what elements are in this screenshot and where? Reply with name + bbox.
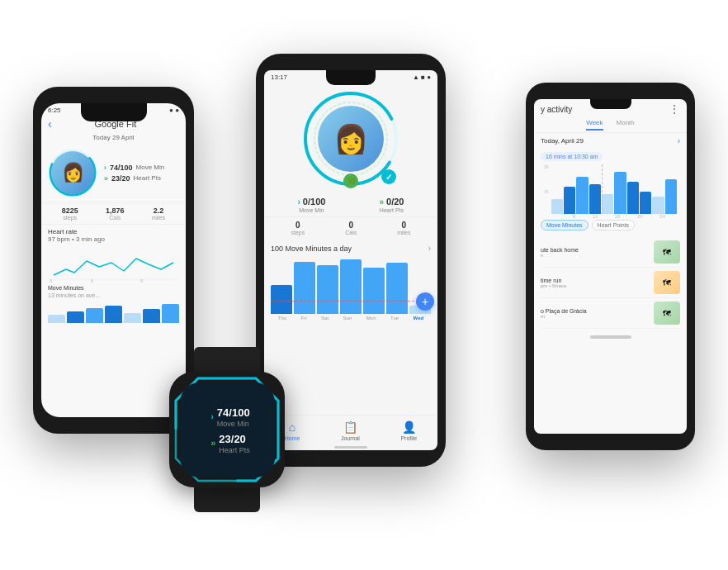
center-time: 13:17: [271, 74, 287, 81]
scene: 6:25 ● ● ‹ Google Fit Today 29 April: [0, 0, 728, 570]
activity-map-3: 🗺: [654, 302, 680, 325]
journal-icon: 📋: [343, 420, 357, 434]
heart-pts-arrow: »: [104, 174, 108, 183]
miles-val: 2.2: [152, 207, 165, 215]
center-cals: 0 Cals: [345, 221, 357, 235]
nav-profile[interactable]: 👤 Profile: [400, 420, 417, 441]
center-move-min: › 0/100 Move Min: [298, 197, 326, 213]
cp-bar-tue: [386, 263, 408, 314]
center-heart-val: 0/20: [386, 197, 404, 207]
watch-move-num: 74/100: [217, 406, 250, 419]
miles-label: miles: [152, 215, 165, 221]
right-chart-x-5: 20: [637, 214, 643, 219]
heart-pts-val: 23/20: [111, 174, 130, 183]
cals-item: 1,876 Cals: [106, 207, 125, 221]
filter-heart-points[interactable]: Heart Points: [592, 220, 636, 230]
filter-move-minutes[interactable]: Move Minutes: [541, 220, 589, 230]
rp-bar-2: [564, 187, 575, 214]
day-mon: Mon: [366, 316, 376, 321]
right-chart-y-axis: 30 15: [544, 164, 549, 214]
center-move-section-label: 100 Move Minutes a day: [271, 245, 352, 253]
tab-week[interactable]: Week: [586, 119, 603, 131]
left-heart-rate: Heart rate 97 bpm • 3 min ago: [41, 225, 186, 246]
activity-map-1: 🗺: [654, 240, 680, 264]
move-minutes-sub: 13 minutes on ave...: [41, 292, 186, 298]
steps-val: 8225: [62, 207, 78, 215]
watch-band-top: [194, 347, 260, 372]
watch-heart-num: 23/20: [219, 433, 246, 445]
steps-label: steps: [62, 215, 78, 221]
right-activity-list: ute back home n 🗺 time run pm • Strava 🗺: [534, 234, 687, 332]
bar-7: [162, 304, 179, 323]
left-chart: 0 6 6: [41, 246, 186, 283]
day-sat: Sat: [321, 316, 329, 321]
left-status-bar: 6:25 ● ●: [41, 103, 186, 116]
rp-bar-3: [576, 177, 588, 214]
right-chart-x-6: 24: [659, 214, 665, 219]
add-button[interactable]: +: [416, 292, 434, 311]
center-cals-label: Cals: [345, 230, 357, 235]
watch-heart-label: Heart Pts: [219, 446, 250, 454]
cp-bar-fri: [294, 262, 315, 314]
left-avatar-img: 👩: [51, 151, 94, 194]
left-avatar-section: 👩 › 74/100 Move Min » 23/20 Heart Pts: [41, 143, 186, 202]
center-chart-line: [271, 301, 431, 302]
activity-item-1: ute back home n 🗺: [541, 237, 680, 268]
steps-item: 8225 steps: [62, 207, 78, 221]
watch-heart-info: 23/20 Heart Pts: [219, 431, 250, 454]
move-minutes-bottom-label: Move Minutes: [41, 283, 186, 292]
check-badge: ✓: [381, 169, 396, 184]
left-avatar-ring: 👩: [48, 148, 97, 197]
cp-bar-sat: [317, 265, 338, 315]
center-signal: ▲ ■ ●: [413, 74, 431, 81]
activity-meta-1: n: [541, 253, 649, 258]
cals-label: Cals: [106, 215, 125, 221]
center-chart: Thu Fri Sat Sun Mon Tue Wed +: [264, 256, 437, 322]
watch-move-label: Move Min: [217, 420, 250, 428]
right-date-row: Today, April 29 ›: [534, 133, 687, 147]
map-thumb-1: 🗺: [654, 240, 680, 264]
activity-meta-2: pm • Strava: [541, 283, 649, 288]
day-thu: Thu: [278, 316, 286, 321]
rp-bar-4: [589, 184, 601, 214]
left-header: ‹ Google Fit: [41, 116, 186, 132]
left-bottom-chart: [48, 302, 179, 323]
watch-move-row: › 74/100 Move Min: [210, 405, 249, 428]
right-date-arrow[interactable]: ›: [678, 136, 680, 145]
left-metrics: › 74/100 Move Min » 23/20 Heart Pts: [104, 164, 164, 183]
center-status-bar: 13:17 ▲ ■ ●: [264, 70, 437, 83]
watch-move-arrow: ›: [210, 411, 214, 421]
move-min-label: Move Min: [136, 164, 165, 171]
activity-name-1: ute back home: [541, 247, 649, 253]
activity-info-3: o Plaça de Gràcia m: [541, 308, 649, 319]
right-chart-x-3: 12: [593, 214, 598, 219]
activity-meta-3: m: [541, 314, 649, 319]
heart-pts-row: » 23/20 Heart Pts: [104, 174, 164, 183]
center-big-ring: 👩 ✓ 🌿: [301, 89, 400, 188]
center-move-header: › 0/100: [298, 197, 326, 207]
center-steps-label: steps: [291, 230, 305, 235]
watch-stats: › 74/100 Move Min » 23/20: [204, 405, 250, 454]
center-heart-label: Heart Pts: [379, 207, 404, 213]
right-menu-icon[interactable]: ⋮: [669, 102, 680, 116]
activity-name-3: o Plaça de Gràcia: [541, 308, 649, 314]
activity-map-2: 🗺: [654, 271, 680, 294]
heart-rate-title: Heart rate: [48, 228, 179, 235]
center-heart-pts: » 0/20 Heart Pts: [379, 197, 404, 213]
move-min-val: 74/100: [110, 164, 133, 172]
nav-journal[interactable]: 📋 Journal: [341, 420, 360, 441]
day-sun: Sun: [343, 316, 352, 321]
watch-heart-row: » 23/20 Heart Pts: [210, 431, 250, 454]
activity-name-2: time run: [541, 278, 649, 283]
day-wed: Wed: [414, 316, 424, 321]
day-fri: Fri: [301, 316, 307, 321]
right-filter-row: Move Minutes Heart Points: [534, 216, 687, 234]
center-steps-row: 0 steps 0 Cals 0 miles: [264, 216, 437, 239]
right-chart-x-2: 8: [573, 214, 575, 219]
watch-move-info: 74/100 Move Min: [217, 405, 250, 428]
journal-label: Journal: [341, 435, 360, 441]
left-signal: ● ●: [169, 107, 179, 114]
center-miles-val: 0: [397, 221, 410, 230]
activity-item-2: time run pm • Strava 🗺: [541, 268, 680, 298]
tab-month[interactable]: Month: [617, 119, 635, 131]
